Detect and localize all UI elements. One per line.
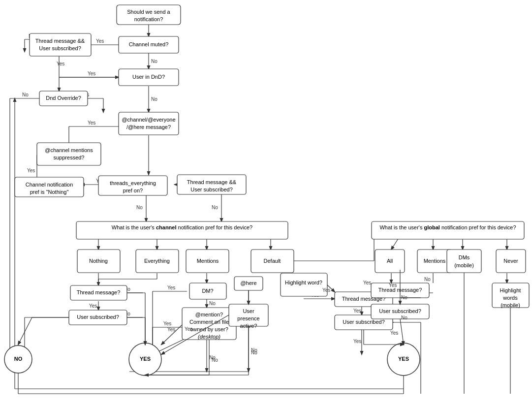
svg-text:Yes: Yes bbox=[363, 280, 371, 285]
user-presence-node: User presence active? bbox=[229, 304, 268, 329]
svg-text:Dnd Override?: Dnd Override? bbox=[46, 95, 81, 101]
svg-text:Yes: Yes bbox=[163, 321, 171, 326]
svg-text:Thread message?: Thread message? bbox=[77, 289, 121, 295]
svg-text:(desktop): (desktop) bbox=[198, 334, 220, 340]
svg-text:(mobile): (mobile) bbox=[501, 302, 520, 308]
svg-text:YES: YES bbox=[398, 356, 409, 362]
svg-text:Yes: Yes bbox=[27, 168, 35, 173]
channel-everyone-node: @channel/@everyone /@here message? bbox=[119, 112, 179, 135]
svg-text:Yes: Yes bbox=[89, 303, 97, 309]
svg-text:No: No bbox=[401, 295, 407, 300]
svg-text:Yes: Yes bbox=[88, 71, 95, 76]
svg-text:No: No bbox=[212, 357, 218, 363]
svg-text:User subscribed?: User subscribed? bbox=[39, 45, 81, 51]
svg-text:No: No bbox=[136, 205, 143, 210]
svg-text:Yes: Yes bbox=[167, 327, 175, 332]
svg-text:Channel notification: Channel notification bbox=[26, 182, 73, 188]
default-node: Default bbox=[251, 250, 294, 273]
svg-text:No: No bbox=[151, 59, 157, 64]
svg-rect-141 bbox=[447, 250, 481, 273]
svg-text:YES: YES bbox=[140, 356, 151, 362]
user-subscribed-all-node: User subscribed? bbox=[371, 304, 429, 319]
svg-text:No: No bbox=[251, 350, 257, 355]
svg-text:pref on?: pref on? bbox=[123, 188, 143, 193]
svg-text:Should we send a: Should we send a bbox=[127, 9, 170, 15]
svg-text:Yes: Yes bbox=[57, 61, 64, 66]
svg-text:All: All bbox=[387, 258, 393, 264]
svg-text:Yes: Yes bbox=[389, 282, 397, 288]
everything-node: Everything bbox=[136, 250, 179, 273]
svg-text:Yes: Yes bbox=[390, 330, 398, 336]
start-node: Should we send a notification? bbox=[117, 5, 181, 25]
svg-text:Everything: Everything bbox=[144, 258, 170, 264]
svg-text:Mentions: Mentions bbox=[197, 258, 219, 264]
svg-text:Never: Never bbox=[503, 258, 518, 264]
svg-text:User subscribed?: User subscribed? bbox=[343, 319, 385, 325]
svg-text:User: User bbox=[243, 308, 254, 314]
svg-text:notification?: notification? bbox=[134, 16, 163, 22]
svg-text:@mention?: @mention? bbox=[195, 312, 223, 317]
svg-text:Yes: Yes bbox=[96, 38, 104, 44]
never-node: Never bbox=[496, 250, 526, 273]
thread-msg-subscribed-lower-node: Thread message && User subscribed? bbox=[177, 175, 246, 194]
svg-text:No: No bbox=[424, 277, 431, 282]
channel-notif-nothing-node: Channel notification pref is "Nothing" bbox=[15, 177, 84, 197]
thread-msg-subscribed-top-node: Thread message && User subscribed? bbox=[30, 33, 91, 56]
highlight-word-node: Highlight word? bbox=[281, 273, 327, 296]
svg-text:Yes: Yes bbox=[167, 285, 175, 290]
thread-msg-q1-node: Thread message? bbox=[70, 285, 127, 300]
svg-text:Thread message &&: Thread message && bbox=[35, 38, 85, 44]
svg-text:@channel/@everyone: @channel/@everyone bbox=[122, 117, 175, 123]
svg-line-187 bbox=[18, 317, 32, 345]
dm-q-node: DM? bbox=[189, 283, 226, 299]
svg-text:User subscribed?: User subscribed? bbox=[77, 314, 119, 320]
svg-text:Thread message &&: Thread message && bbox=[187, 179, 237, 185]
svg-text:@channel mentions: @channel mentions bbox=[45, 147, 93, 153]
svg-text:Mentions: Mentions bbox=[424, 258, 446, 264]
svg-text:Nothing: Nothing bbox=[89, 258, 108, 264]
all-node: All bbox=[375, 250, 405, 273]
yes-circle-1-node: YES bbox=[129, 343, 161, 376]
svg-text:DM?: DM? bbox=[202, 288, 213, 294]
dms-mobile-node: DMs (mobile) bbox=[447, 250, 481, 273]
svg-text:Yes: Yes bbox=[353, 308, 361, 314]
svg-text:No: No bbox=[401, 315, 407, 320]
svg-text:Yes: Yes bbox=[185, 326, 192, 332]
svg-text:User subscribed?: User subscribed? bbox=[379, 308, 421, 314]
no-circle-node: NO bbox=[4, 345, 32, 373]
svg-text:words: words bbox=[502, 295, 518, 301]
svg-text:No: No bbox=[209, 301, 216, 306]
svg-text:Yes: Yes bbox=[322, 287, 330, 293]
svg-text:Channel muted?: Channel muted? bbox=[129, 41, 169, 47]
svg-text:User in DnD?: User in DnD? bbox=[132, 74, 165, 80]
svg-text:threads_everything: threads_everything bbox=[110, 180, 156, 186]
svg-text:owned by user?: owned by user? bbox=[190, 326, 228, 332]
threads-everything-node: threads_everything pref on? bbox=[98, 176, 167, 195]
athere-node: @here bbox=[234, 277, 263, 290]
user-dnd-node: User in DnD? bbox=[119, 69, 179, 86]
channel-muted-node: Channel muted? bbox=[119, 36, 179, 53]
yes-circle-2-node: YES bbox=[387, 343, 420, 376]
svg-text:DMs: DMs bbox=[459, 254, 470, 260]
svg-text:Comment on file: Comment on file bbox=[189, 319, 229, 325]
svg-text:presence: presence bbox=[237, 315, 259, 321]
svg-text:No: No bbox=[212, 205, 218, 210]
svg-text:Default: Default bbox=[264, 258, 281, 264]
svg-text:Yes: Yes bbox=[88, 120, 95, 126]
svg-text:Highlight word?: Highlight word? bbox=[285, 280, 322, 285]
dnd-override-node: Dnd Override? bbox=[39, 91, 88, 106]
svg-text:What is the user's global noti: What is the user's global notification p… bbox=[379, 224, 516, 230]
svg-text:No: No bbox=[22, 92, 29, 97]
svg-text:pref is "Nothing": pref is "Nothing" bbox=[30, 189, 69, 195]
channel-mentions-suppressed-node: @channel mentions suppressed? bbox=[37, 143, 101, 165]
svg-text:suppressed?: suppressed? bbox=[54, 155, 85, 160]
mentions-node: Mentions bbox=[186, 250, 229, 273]
global-pref-question-node: What is the user's global notification p… bbox=[372, 221, 524, 239]
svg-text:What is the user's channel not: What is the user's channel notification … bbox=[112, 224, 252, 230]
highlight-words-mobile-node: Highlight words (mobile) bbox=[492, 283, 529, 308]
svg-text:Yes: Yes bbox=[353, 339, 361, 344]
svg-text:Highlight: Highlight bbox=[500, 287, 521, 293]
svg-line-199 bbox=[400, 319, 404, 345]
mention-comment-node: @mention? Comment on file owned by user?… bbox=[182, 308, 236, 340]
svg-text:NO: NO bbox=[14, 356, 23, 362]
